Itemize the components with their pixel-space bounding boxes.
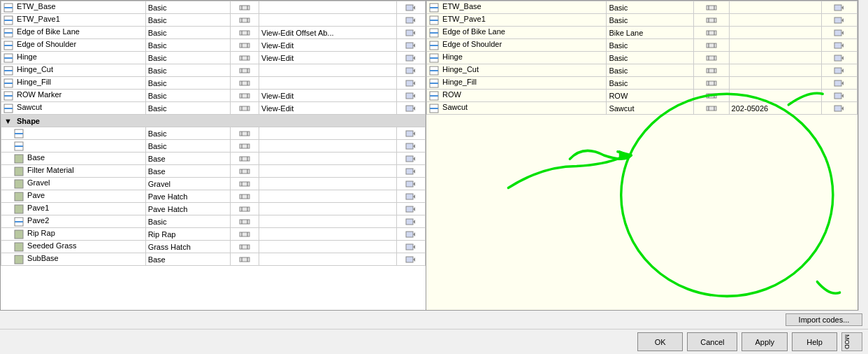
row-tool-icon-cell[interactable]: [231, 241, 259, 253]
left-table-row[interactable]: Hinge_Fill Basic: [1, 77, 426, 90]
row-arrow-icon-cell[interactable]: [396, 203, 425, 215]
row-arrow-icon-cell[interactable]: [821, 14, 857, 27]
row-arrow-icon-cell[interactable]: [396, 253, 425, 266]
row-tool-icon-cell[interactable]: [231, 52, 259, 64]
row-arrow-icon-cell[interactable]: [396, 140, 425, 153]
row-arrow-icon-cell[interactable]: [396, 77, 425, 90]
row-arrow-icon-cell[interactable]: [821, 64, 857, 77]
row-arrow-icon-cell[interactable]: [396, 215, 425, 228]
row-tool-icon-cell[interactable]: [231, 140, 259, 153]
right-table-row[interactable]: Edge of Bike Lane Bike Lane: [427, 27, 858, 39]
right-table-row[interactable]: Hinge_Fill Basic: [427, 77, 858, 90]
row-tool-icon-cell[interactable]: [693, 90, 729, 102]
row-tool-icon-cell[interactable]: [693, 52, 729, 64]
row-tool-icon-cell[interactable]: [693, 102, 729, 115]
left-table-row[interactable]: Edge of Bike Lane Basic View-Edit Offset…: [1, 27, 426, 39]
ok-button[interactable]: OK: [637, 332, 683, 351]
right-table-row[interactable]: Sawcut Sawcut 202-05026: [427, 102, 858, 115]
row-tool-icon-cell[interactable]: [231, 153, 259, 165]
row-arrow-icon-cell[interactable]: [821, 52, 857, 64]
right-table-row[interactable]: ROW ROW: [427, 90, 858, 102]
row-tool-icon-cell[interactable]: [693, 27, 729, 39]
left-table-row[interactable]: Base Base: [1, 153, 426, 165]
row-tool-icon-cell[interactable]: [693, 14, 729, 27]
left-table-row[interactable]: Filter Material Base: [1, 165, 426, 178]
row-tool-icon-cell[interactable]: [231, 27, 259, 39]
left-table-row[interactable]: ROW Marker Basic View-Edit: [1, 90, 426, 102]
left-table-row[interactable]: ▼ Shape: [1, 115, 426, 127]
left-table-row[interactable]: Sawcut Basic View-Edit: [1, 102, 426, 115]
row-tool-icon-cell[interactable]: [231, 253, 259, 266]
right-table-row[interactable]: Hinge Basic: [427, 52, 858, 64]
left-table-row[interactable]: Seeded Grass Grass Hatch: [1, 241, 426, 253]
row-arrow-icon-cell[interactable]: [821, 1, 857, 14]
row-tool-icon-cell[interactable]: [693, 64, 729, 77]
row-icon: [429, 2, 439, 10]
left-table-row[interactable]: SubBase Base: [1, 253, 426, 266]
row-arrow-icon-cell[interactable]: [396, 64, 425, 77]
row-tool-icon-cell[interactable]: [231, 90, 259, 102]
right-scrollbar[interactable]: [858, 0, 868, 311]
row-arrow-icon-cell[interactable]: [396, 27, 425, 39]
row-tool-icon-cell[interactable]: [231, 102, 259, 115]
row-arrow-icon-cell[interactable]: [396, 39, 425, 52]
left-table-row[interactable]: Pave1 Pave Hatch: [1, 203, 426, 215]
row-tool-icon-cell[interactable]: [231, 178, 259, 190]
row-tool-icon-cell[interactable]: [231, 165, 259, 178]
row-tool-icon-cell[interactable]: [231, 190, 259, 203]
right-table-row[interactable]: Edge of Shoulder Basic: [427, 39, 858, 52]
row-tool-icon-cell[interactable]: [231, 39, 259, 52]
row-arrow-icon-cell[interactable]: [396, 153, 425, 165]
row-arrow-icon-cell[interactable]: [821, 102, 857, 115]
import-codes-button[interactable]: Import codes...: [786, 313, 862, 326]
left-table-row[interactable]: Basic: [1, 140, 426, 153]
left-table-row[interactable]: Pave Pave Hatch: [1, 190, 426, 203]
row-arrow-icon-cell[interactable]: [821, 39, 857, 52]
row-tool-icon-cell[interactable]: [231, 14, 259, 27]
row-arrow-icon-cell[interactable]: [821, 90, 857, 102]
row-tool-icon-cell[interactable]: [231, 127, 259, 140]
right-table-row[interactable]: ETW_Base Basic: [427, 1, 858, 14]
help-button[interactable]: Help: [792, 332, 837, 351]
row-tool-icon-cell[interactable]: [231, 64, 259, 77]
row-style-cell: Basic: [145, 27, 230, 39]
row-arrow-icon-cell[interactable]: [396, 165, 425, 178]
row-arrow-icon-cell[interactable]: [821, 27, 857, 39]
left-panel[interactable]: ETW_Base Basic ETW_Pave1 Basic: [0, 0, 426, 311]
row-arrow-icon-cell[interactable]: [396, 228, 425, 241]
apply-button[interactable]: Apply: [742, 332, 788, 351]
left-table-row[interactable]: Hinge Basic View-Edit: [1, 52, 426, 64]
row-tool-icon-cell[interactable]: [231, 228, 259, 241]
row-arrow-icon-cell[interactable]: [396, 190, 425, 203]
row-tool-icon-cell[interactable]: [231, 77, 259, 90]
row-arrow-icon-cell[interactable]: [396, 14, 425, 27]
row-tool-icon-cell[interactable]: [693, 77, 729, 90]
right-table-row[interactable]: Hinge_Cut Basic: [427, 64, 858, 77]
row-arrow-icon-cell[interactable]: [396, 241, 425, 253]
row-arrow-icon-cell[interactable]: [821, 77, 857, 90]
row-arrow-icon-cell[interactable]: [396, 178, 425, 190]
row-tool-icon-cell[interactable]: [693, 1, 729, 14]
left-table-row[interactable]: Rip Rap Rip Rap: [1, 228, 426, 241]
row-arrow-icon-cell[interactable]: [396, 52, 425, 64]
left-table-row[interactable]: Basic: [1, 127, 426, 140]
row-tool-icon-cell[interactable]: [693, 39, 729, 52]
left-table-row[interactable]: Pave2 Basic: [1, 215, 426, 228]
left-table-row[interactable]: Gravel Gravel: [1, 178, 426, 190]
row-tool-icon-cell[interactable]: [231, 215, 259, 228]
right-panel[interactable]: ETW_Base Basic ETW_Pave1 Basic: [426, 0, 858, 311]
row-arrow-icon-cell[interactable]: [396, 1, 425, 14]
left-table-row[interactable]: ETW_Base Basic: [1, 1, 426, 14]
row-tool-icon-cell[interactable]: [231, 1, 259, 14]
row-tool-icon-cell[interactable]: [231, 203, 259, 215]
left-table-row[interactable]: ETW_Pave1 Basic: [1, 14, 426, 27]
row-arrow-icon-cell[interactable]: [396, 90, 425, 102]
row-label-cell: [729, 39, 821, 52]
cancel-button[interactable]: Cancel: [687, 332, 737, 351]
left-table-row[interactable]: Hinge_Cut Basic: [1, 64, 426, 77]
right-table-row[interactable]: ETW_Pave1 Basic: [427, 14, 858, 27]
row-arrow-icon-cell[interactable]: [396, 127, 425, 140]
row-arrow-icon-cell[interactable]: [396, 102, 425, 115]
svg-rect-124: [406, 244, 413, 250]
left-table-row[interactable]: Edge of Shoulder Basic View-Edit: [1, 39, 426, 52]
